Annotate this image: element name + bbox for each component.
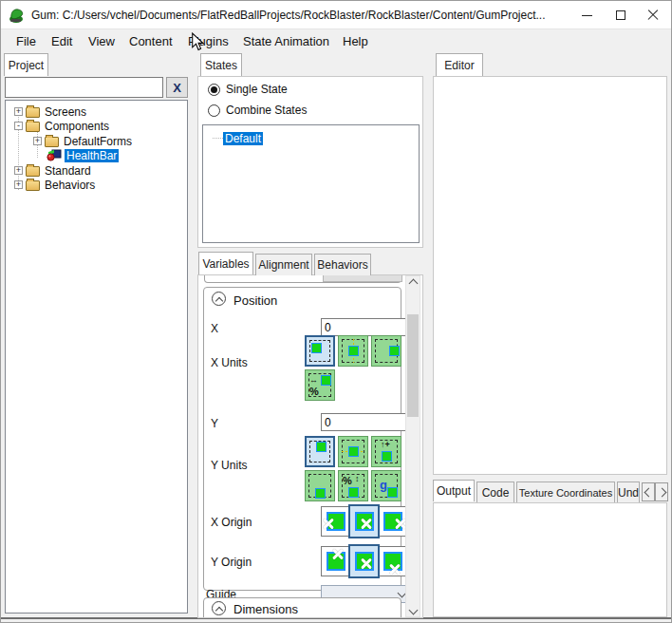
tab-scroll-left-button[interactable] <box>642 482 655 501</box>
clear-search-button[interactable]: X <box>166 77 188 98</box>
tab-variables[interactable]: Variables <box>198 252 253 274</box>
x-units-label: X Units <box>211 356 248 369</box>
radio-combine-states[interactable]: Combine States <box>208 104 307 117</box>
state-item-label: Default <box>223 132 263 145</box>
y-origin-center-button[interactable] <box>348 544 380 578</box>
tab-behaviors[interactable]: Behaviors <box>314 254 371 275</box>
tree-item-standard[interactable]: + Standard <box>14 163 93 178</box>
y-units-pixels-plus-button[interactable]: ↑+ <box>371 436 401 467</box>
menu-state-animation[interactable]: State Animation <box>241 29 331 52</box>
tab-output[interactable]: Output <box>433 480 475 501</box>
tab-undo-label: Und <box>618 486 639 500</box>
output-page <box>433 502 667 617</box>
y-units-center-button[interactable] <box>338 436 368 467</box>
dimensions-section: Dimensions <box>203 597 401 618</box>
radio-single-state[interactable]: Single State <box>208 83 288 96</box>
close-icon <box>647 9 659 21</box>
tab-output-label: Output <box>437 484 471 498</box>
x-units-percent-button[interactable]: ↔ % <box>305 369 335 401</box>
y-value-input[interactable] <box>321 413 407 431</box>
x-origin-left-button[interactable] <box>322 507 349 536</box>
green-square-icon <box>316 442 327 452</box>
menu-help[interactable]: Help <box>341 29 370 52</box>
x-units-from-left-button[interactable] <box>305 335 335 367</box>
x-units-center-button[interactable] <box>338 335 368 367</box>
window-title: Gum: C:/Users/vchel/Documents/FlatRedBal… <box>31 9 546 22</box>
tab-scroll-right-button[interactable] <box>655 482 668 501</box>
x-units-from-right-button[interactable] <box>371 335 401 367</box>
tree-connector <box>213 138 223 139</box>
gum-window: Gum: C:/Users/vchel/Documents/FlatRedBal… <box>0 0 672 623</box>
vertical-arrow-icon: ↕ <box>355 475 360 483</box>
y-units-from-top-button[interactable] <box>305 436 335 467</box>
radio-icon <box>208 104 220 117</box>
dimensions-section-title: Dimensions <box>233 602 298 616</box>
menu-bar: File Edit View Content Plugins State Ani… <box>1 29 671 52</box>
menu-view[interactable]: View <box>86 29 117 52</box>
green-square-icon <box>355 552 374 571</box>
x-origin-center-button[interactable] <box>348 504 380 538</box>
collapse-position-button[interactable] <box>212 292 226 306</box>
state-item-default[interactable]: Default <box>223 131 263 145</box>
folder-icon <box>26 107 40 118</box>
menu-file[interactable]: File <box>14 29 38 52</box>
minimize-button[interactable] <box>570 1 603 29</box>
search-input[interactable] <box>5 77 163 98</box>
close-button[interactable] <box>637 1 669 29</box>
x-value-input[interactable] <box>321 318 407 336</box>
tab-project[interactable]: Project <box>4 53 48 76</box>
scroll-up-icon[interactable] <box>406 276 420 290</box>
maximize-button[interactable] <box>605 1 637 29</box>
folder-icon <box>26 122 40 132</box>
scrollbar-thumb[interactable] <box>407 314 419 417</box>
menu-edit[interactable]: Edit <box>49 29 74 52</box>
x-mark-icon <box>331 547 345 560</box>
folder-icon <box>26 166 40 177</box>
expander-icon[interactable]: + <box>14 180 23 189</box>
editor-page <box>433 76 667 475</box>
tab-undo[interactable]: Und <box>617 481 640 502</box>
green-square-icon <box>327 552 345 571</box>
tab-alignment-label: Alignment <box>258 258 308 272</box>
tab-code[interactable]: Code <box>476 481 514 502</box>
g-letter-icon: g <box>380 479 387 491</box>
scroll-down-icon[interactable] <box>406 603 420 616</box>
position-section-title: Position <box>233 293 277 308</box>
up-arrow-plus-icon: ↑+ <box>381 441 390 449</box>
tree-item-screens[interactable]: + Screens <box>14 104 88 119</box>
y-units-percent-button[interactable]: % ↕ <box>338 470 368 501</box>
tree-item-components[interactable]: - Components <box>14 119 111 133</box>
tab-states[interactable]: States <box>200 53 242 76</box>
x-origin-right-button[interactable] <box>379 507 406 536</box>
minimize-icon <box>582 15 592 16</box>
variables-scrollbar[interactable] <box>405 275 420 617</box>
tab-alignment[interactable]: Alignment <box>255 254 312 275</box>
tree-item-label: Standard <box>43 164 93 178</box>
expander-icon[interactable]: - <box>14 122 23 130</box>
percent-icon: % <box>309 387 319 397</box>
folder-icon <box>26 180 40 191</box>
x-mark-icon <box>322 517 335 530</box>
tree-item-healthbar[interactable]: HealthBar <box>47 148 119 162</box>
expander-icon[interactable]: + <box>33 137 42 145</box>
expander-icon[interactable]: + <box>14 107 23 116</box>
y-origin-bottom-button[interactable] <box>379 547 406 576</box>
expander-icon[interactable]: + <box>14 166 23 175</box>
y-origin-top-button[interactable] <box>322 547 349 576</box>
collapse-dimensions-button[interactable] <box>212 601 226 615</box>
states-list: Default <box>202 124 420 243</box>
horizontal-arrow-icon: ↔ <box>309 376 318 385</box>
green-square-icon <box>327 512 345 531</box>
green-square-icon <box>311 343 322 353</box>
y-units-from-bottom-button[interactable] <box>305 470 335 501</box>
tree-item-defaultforms[interactable]: + DefaultForms <box>33 134 134 148</box>
tree-item-label: Behaviors <box>43 179 97 192</box>
menu-content[interactable]: Content <box>127 29 175 52</box>
tab-editor[interactable]: Editor <box>436 53 483 76</box>
tree-item-behaviors[interactable]: + Behaviors <box>14 178 97 192</box>
variables-page: Position X X Units ↔ % Y Y Units <box>197 274 423 618</box>
tab-texture-coordinates[interactable]: Texture Coordinates <box>516 481 615 502</box>
chevron-right-icon <box>657 487 666 497</box>
y-units-gutter-button[interactable]: g <box>371 470 401 501</box>
title-bar: Gum: C:/Users/vchel/Documents/FlatRedBal… <box>1 1 671 29</box>
